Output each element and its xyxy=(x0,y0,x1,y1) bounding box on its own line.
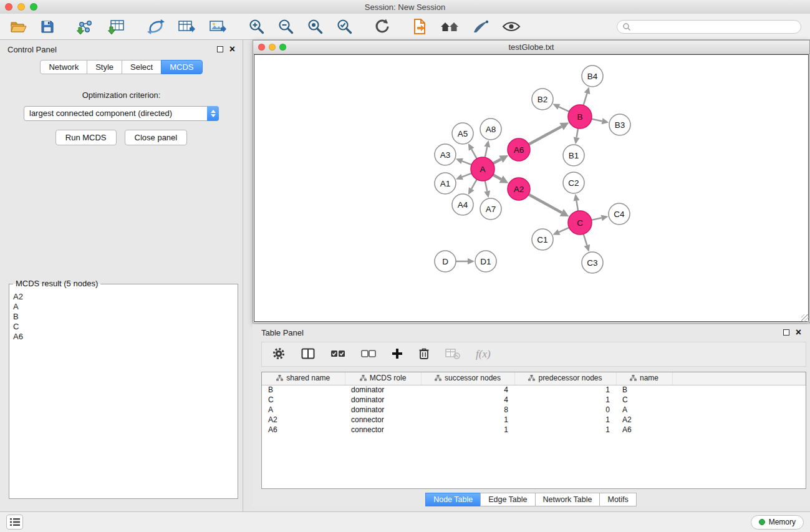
graph-node-A5[interactable]: A5 xyxy=(452,123,473,144)
graph-edge[interactable] xyxy=(462,161,471,165)
table-row[interactable]: Bdominator41B xyxy=(262,385,806,395)
table-row[interactable]: A6connector11A6 xyxy=(262,425,806,435)
graph-node-A3[interactable]: A3 xyxy=(435,144,456,165)
table-cell[interactable]: A6 xyxy=(262,425,345,435)
column-header-name[interactable]: name xyxy=(616,372,672,385)
home-panels-button[interactable] xyxy=(436,16,463,38)
delete-column-button[interactable] xyxy=(418,347,430,362)
table-cell[interactable]: connector xyxy=(345,425,421,435)
graph-node-B2[interactable]: B2 xyxy=(532,89,553,110)
zoom-out-button[interactable] xyxy=(274,16,298,38)
graph-edge[interactable] xyxy=(576,201,578,211)
table-cell[interactable]: A xyxy=(262,405,345,415)
table-cell[interactable]: C xyxy=(262,395,345,405)
graph-node-C4[interactable]: C4 xyxy=(609,203,630,225)
result-item[interactable]: C xyxy=(13,322,234,332)
table-cell[interactable]: A6 xyxy=(616,425,672,435)
maximize-view-icon[interactable] xyxy=(279,44,286,51)
maximize-window-icon[interactable] xyxy=(30,3,37,11)
tab-motifs[interactable]: Motifs xyxy=(599,493,636,506)
graph-edge[interactable] xyxy=(559,107,569,112)
graph-node-A6[interactable]: A6 xyxy=(508,138,530,161)
table-row[interactable]: A2connector11A2 xyxy=(262,415,806,425)
delete-table-button[interactable] xyxy=(445,348,460,361)
table-cell[interactable]: B xyxy=(616,385,672,395)
minimize-view-icon[interactable] xyxy=(269,44,276,51)
network-graph[interactable]: AA1A2A3A4A5A6A7A8BB1B2B3B4CC1C2C3C4DD1 xyxy=(254,55,809,322)
save-session-button[interactable] xyxy=(36,16,59,38)
graph-edge[interactable] xyxy=(592,119,602,121)
graph-node-A[interactable]: A xyxy=(471,157,494,181)
table-row[interactable]: Adominator80A xyxy=(262,405,806,415)
table-row[interactable]: Cdominator41C xyxy=(262,395,806,405)
table-cell[interactable]: 1 xyxy=(514,395,616,405)
table-settings-button[interactable] xyxy=(272,347,286,362)
tab-network[interactable]: Network xyxy=(40,60,87,74)
tab-mcds[interactable]: MCDS xyxy=(161,60,202,74)
graph-node-A4[interactable]: A4 xyxy=(452,194,473,215)
network-window-titlebar[interactable]: testGlobe.txt xyxy=(253,41,809,54)
tab-edge-table[interactable]: Edge Table xyxy=(480,493,535,506)
style-brush-button[interactable] xyxy=(468,16,493,38)
export-network-button[interactable] xyxy=(173,16,200,38)
graph-edge[interactable] xyxy=(584,94,587,105)
table-cell[interactable]: A2 xyxy=(262,415,345,425)
table-cell[interactable]: C xyxy=(616,395,672,405)
deselect-all-button[interactable] xyxy=(361,349,376,360)
tab-style[interactable]: Style xyxy=(87,60,122,74)
graph-node-C2[interactable]: C2 xyxy=(563,172,584,193)
graph-node-B[interactable]: B xyxy=(568,105,592,128)
show-details-button[interactable] xyxy=(498,16,524,38)
graph-node-A8[interactable]: A8 xyxy=(480,118,501,140)
graph-edge[interactable] xyxy=(592,218,602,220)
graph-node-A1[interactable]: A1 xyxy=(435,173,456,194)
tab-node-table[interactable]: Node Table xyxy=(425,493,481,506)
graph-edge[interactable] xyxy=(493,175,501,179)
graph-edge[interactable] xyxy=(529,127,562,145)
table-cell[interactable]: connector xyxy=(345,415,421,425)
graph-edge[interactable] xyxy=(471,180,477,189)
column-header-predecessor-nodes[interactable]: predecessor nodes xyxy=(514,372,616,385)
run-mcds-button[interactable]: Run MCDS xyxy=(55,130,117,145)
graph-edge[interactable] xyxy=(559,228,569,232)
close-view-icon[interactable] xyxy=(258,44,265,51)
result-item[interactable]: B xyxy=(13,312,234,322)
graph-edge[interactable] xyxy=(493,159,501,163)
function-builder-button[interactable]: f(x) xyxy=(476,348,491,360)
create-column-button[interactable] xyxy=(392,348,403,361)
table-cell[interactable]: dominator xyxy=(345,385,421,395)
graph-edge[interactable] xyxy=(462,173,471,177)
float-table-panel-icon[interactable] xyxy=(783,329,789,336)
zoom-selected-button[interactable] xyxy=(332,16,357,38)
table-cell[interactable]: 1 xyxy=(514,415,616,425)
table-cell[interactable]: 1 xyxy=(421,415,514,425)
search-field[interactable] xyxy=(617,20,801,34)
table-cell[interactable]: B xyxy=(262,385,345,395)
table-cell[interactable]: A2 xyxy=(616,415,672,425)
column-header-successor-nodes[interactable]: successor nodes xyxy=(421,372,514,385)
graph-edge[interactable] xyxy=(471,149,477,158)
network-canvas[interactable]: AA1A2A3A4A5A6A7A8BB1B2B3B4CC1C2C3C4DD1 xyxy=(254,54,809,322)
result-item[interactable]: A2 xyxy=(13,292,234,302)
graph-node-D[interactable]: D xyxy=(435,251,456,272)
search-input[interactable] xyxy=(634,22,796,31)
close-window-icon[interactable] xyxy=(5,3,12,11)
result-item[interactable]: A xyxy=(13,302,234,312)
table-cell[interactable]: 1 xyxy=(421,425,514,435)
graph-node-C1[interactable]: C1 xyxy=(532,229,553,250)
graph-node-B3[interactable]: B3 xyxy=(609,114,630,135)
table-cell[interactable]: 1 xyxy=(514,425,616,435)
column-header-shared-name[interactable]: shared name xyxy=(262,372,345,385)
resize-grip[interactable] xyxy=(801,314,809,322)
zoom-fit-button[interactable] xyxy=(303,16,327,38)
tab-select[interactable]: Select xyxy=(122,60,162,74)
graph-node-C[interactable]: C xyxy=(568,211,592,235)
close-panel-icon[interactable]: × xyxy=(229,46,235,52)
close-panel-button[interactable]: Close panel xyxy=(125,130,188,145)
graph-edge[interactable] xyxy=(529,195,562,213)
table-cell[interactable]: 0 xyxy=(514,405,616,415)
graph-node-B4[interactable]: B4 xyxy=(582,65,603,87)
import-table-button[interactable] xyxy=(104,16,130,38)
table-cell[interactable]: A xyxy=(616,405,672,415)
criterion-dropdown[interactable]: largest connected component (directed) xyxy=(24,106,219,121)
